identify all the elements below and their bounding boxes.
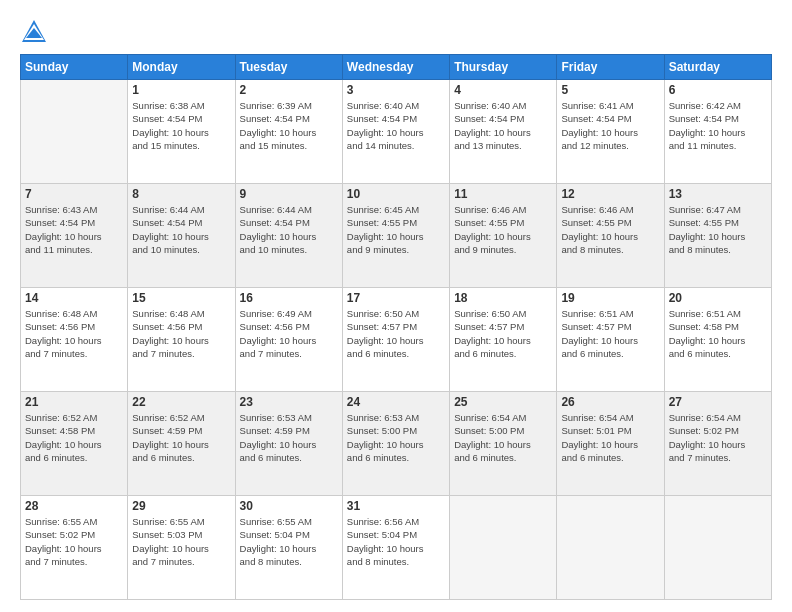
calendar-cell: 17Sunrise: 6:50 AM Sunset: 4:57 PM Dayli… [342,288,449,392]
day-info: Sunrise: 6:44 AM Sunset: 4:54 PM Dayligh… [132,203,230,256]
calendar-cell: 3Sunrise: 6:40 AM Sunset: 4:54 PM Daylig… [342,80,449,184]
day-info: Sunrise: 6:53 AM Sunset: 5:00 PM Dayligh… [347,411,445,464]
weekday-header: Monday [128,55,235,80]
calendar-cell: 25Sunrise: 6:54 AM Sunset: 5:00 PM Dayli… [450,392,557,496]
day-number: 22 [132,395,230,409]
day-info: Sunrise: 6:55 AM Sunset: 5:03 PM Dayligh… [132,515,230,568]
calendar-cell [557,496,664,600]
day-info: Sunrise: 6:56 AM Sunset: 5:04 PM Dayligh… [347,515,445,568]
calendar-cell: 15Sunrise: 6:48 AM Sunset: 4:56 PM Dayli… [128,288,235,392]
day-number: 20 [669,291,767,305]
calendar-cell: 10Sunrise: 6:45 AM Sunset: 4:55 PM Dayli… [342,184,449,288]
day-number: 13 [669,187,767,201]
day-info: Sunrise: 6:50 AM Sunset: 4:57 PM Dayligh… [347,307,445,360]
day-info: Sunrise: 6:47 AM Sunset: 4:55 PM Dayligh… [669,203,767,256]
day-info: Sunrise: 6:52 AM Sunset: 4:59 PM Dayligh… [132,411,230,464]
calendar-cell: 16Sunrise: 6:49 AM Sunset: 4:56 PM Dayli… [235,288,342,392]
day-number: 17 [347,291,445,305]
calendar-week-row: 7Sunrise: 6:43 AM Sunset: 4:54 PM Daylig… [21,184,772,288]
day-number: 19 [561,291,659,305]
day-number: 25 [454,395,552,409]
weekday-header: Tuesday [235,55,342,80]
day-number: 9 [240,187,338,201]
day-info: Sunrise: 6:41 AM Sunset: 4:54 PM Dayligh… [561,99,659,152]
day-number: 24 [347,395,445,409]
calendar-cell: 1Sunrise: 6:38 AM Sunset: 4:54 PM Daylig… [128,80,235,184]
weekday-header: Sunday [21,55,128,80]
calendar-cell: 12Sunrise: 6:46 AM Sunset: 4:55 PM Dayli… [557,184,664,288]
day-number: 16 [240,291,338,305]
day-info: Sunrise: 6:48 AM Sunset: 4:56 PM Dayligh… [25,307,123,360]
calendar-cell [450,496,557,600]
day-number: 14 [25,291,123,305]
day-number: 18 [454,291,552,305]
calendar-cell: 28Sunrise: 6:55 AM Sunset: 5:02 PM Dayli… [21,496,128,600]
calendar-table: SundayMondayTuesdayWednesdayThursdayFrid… [20,54,772,600]
day-info: Sunrise: 6:50 AM Sunset: 4:57 PM Dayligh… [454,307,552,360]
calendar-cell: 29Sunrise: 6:55 AM Sunset: 5:03 PM Dayli… [128,496,235,600]
day-number: 3 [347,83,445,97]
day-info: Sunrise: 6:49 AM Sunset: 4:56 PM Dayligh… [240,307,338,360]
calendar-cell: 8Sunrise: 6:44 AM Sunset: 4:54 PM Daylig… [128,184,235,288]
calendar-cell: 14Sunrise: 6:48 AM Sunset: 4:56 PM Dayli… [21,288,128,392]
day-info: Sunrise: 6:55 AM Sunset: 5:04 PM Dayligh… [240,515,338,568]
day-number: 28 [25,499,123,513]
calendar-cell: 21Sunrise: 6:52 AM Sunset: 4:58 PM Dayli… [21,392,128,496]
day-number: 10 [347,187,445,201]
calendar-cell: 2Sunrise: 6:39 AM Sunset: 4:54 PM Daylig… [235,80,342,184]
calendar-week-row: 28Sunrise: 6:55 AM Sunset: 5:02 PM Dayli… [21,496,772,600]
day-info: Sunrise: 6:54 AM Sunset: 5:00 PM Dayligh… [454,411,552,464]
page: SundayMondayTuesdayWednesdayThursdayFrid… [0,0,792,612]
day-info: Sunrise: 6:54 AM Sunset: 5:01 PM Dayligh… [561,411,659,464]
calendar-cell: 19Sunrise: 6:51 AM Sunset: 4:57 PM Dayli… [557,288,664,392]
day-number: 6 [669,83,767,97]
calendar-cell: 31Sunrise: 6:56 AM Sunset: 5:04 PM Dayli… [342,496,449,600]
calendar-cell: 18Sunrise: 6:50 AM Sunset: 4:57 PM Dayli… [450,288,557,392]
calendar-cell [21,80,128,184]
day-number: 2 [240,83,338,97]
day-info: Sunrise: 6:40 AM Sunset: 4:54 PM Dayligh… [454,99,552,152]
header [20,18,772,46]
calendar-cell: 13Sunrise: 6:47 AM Sunset: 4:55 PM Dayli… [664,184,771,288]
calendar-week-row: 1Sunrise: 6:38 AM Sunset: 4:54 PM Daylig… [21,80,772,184]
day-info: Sunrise: 6:54 AM Sunset: 5:02 PM Dayligh… [669,411,767,464]
calendar-cell: 4Sunrise: 6:40 AM Sunset: 4:54 PM Daylig… [450,80,557,184]
calendar-cell: 7Sunrise: 6:43 AM Sunset: 4:54 PM Daylig… [21,184,128,288]
day-info: Sunrise: 6:48 AM Sunset: 4:56 PM Dayligh… [132,307,230,360]
day-number: 26 [561,395,659,409]
calendar-cell: 11Sunrise: 6:46 AM Sunset: 4:55 PM Dayli… [450,184,557,288]
weekday-header: Friday [557,55,664,80]
logo-icon [20,18,48,46]
day-number: 1 [132,83,230,97]
day-info: Sunrise: 6:52 AM Sunset: 4:58 PM Dayligh… [25,411,123,464]
day-number: 23 [240,395,338,409]
weekday-header: Wednesday [342,55,449,80]
calendar-cell [664,496,771,600]
calendar-cell: 26Sunrise: 6:54 AM Sunset: 5:01 PM Dayli… [557,392,664,496]
calendar-cell: 6Sunrise: 6:42 AM Sunset: 4:54 PM Daylig… [664,80,771,184]
weekday-header-row: SundayMondayTuesdayWednesdayThursdayFrid… [21,55,772,80]
calendar-cell: 27Sunrise: 6:54 AM Sunset: 5:02 PM Dayli… [664,392,771,496]
calendar-cell: 30Sunrise: 6:55 AM Sunset: 5:04 PM Dayli… [235,496,342,600]
day-info: Sunrise: 6:38 AM Sunset: 4:54 PM Dayligh… [132,99,230,152]
calendar-cell: 9Sunrise: 6:44 AM Sunset: 4:54 PM Daylig… [235,184,342,288]
day-number: 29 [132,499,230,513]
day-number: 30 [240,499,338,513]
calendar-cell: 24Sunrise: 6:53 AM Sunset: 5:00 PM Dayli… [342,392,449,496]
calendar-week-row: 14Sunrise: 6:48 AM Sunset: 4:56 PM Dayli… [21,288,772,392]
day-number: 15 [132,291,230,305]
day-info: Sunrise: 6:55 AM Sunset: 5:02 PM Dayligh… [25,515,123,568]
day-number: 4 [454,83,552,97]
day-info: Sunrise: 6:53 AM Sunset: 4:59 PM Dayligh… [240,411,338,464]
day-number: 11 [454,187,552,201]
day-number: 21 [25,395,123,409]
day-info: Sunrise: 6:40 AM Sunset: 4:54 PM Dayligh… [347,99,445,152]
calendar-cell: 22Sunrise: 6:52 AM Sunset: 4:59 PM Dayli… [128,392,235,496]
weekday-header: Thursday [450,55,557,80]
day-info: Sunrise: 6:46 AM Sunset: 4:55 PM Dayligh… [454,203,552,256]
day-info: Sunrise: 6:44 AM Sunset: 4:54 PM Dayligh… [240,203,338,256]
day-info: Sunrise: 6:51 AM Sunset: 4:58 PM Dayligh… [669,307,767,360]
calendar-cell: 23Sunrise: 6:53 AM Sunset: 4:59 PM Dayli… [235,392,342,496]
day-number: 12 [561,187,659,201]
calendar-cell: 20Sunrise: 6:51 AM Sunset: 4:58 PM Dayli… [664,288,771,392]
